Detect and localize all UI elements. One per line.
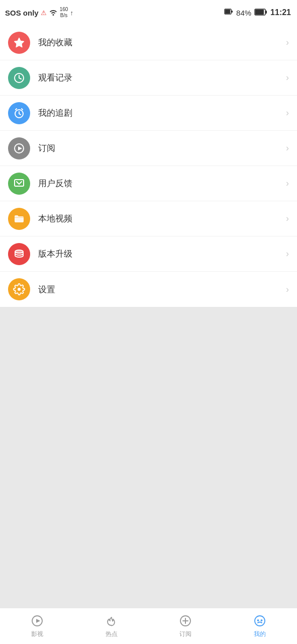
svg-marker-6 (14, 38, 24, 47)
update-icon-wrap (8, 243, 30, 265)
status-bar-right: 84% 11:21 (224, 8, 291, 17)
hot-icon (105, 614, 119, 628)
svg-rect-1 (231, 11, 233, 13)
feedback-chevron: › (286, 178, 289, 189)
feedback-icon-wrap (8, 173, 30, 195)
feedback-label: 用户反馈 (38, 178, 286, 189)
gray-area (0, 307, 297, 608)
nav-item-mine[interactable]: 我的 (223, 614, 297, 638)
local-chevron: › (286, 213, 289, 224)
status-bar: SOS only ⚠ 160B/s ↑ 84% 11:21 (0, 0, 297, 25)
subscribe-nav-icon (178, 614, 192, 628)
settings-chevron: › (286, 284, 289, 295)
menu-item-history[interactable]: 观看记录 › (0, 60, 297, 96)
battery-percent: 84% (236, 9, 251, 17)
message-icon (13, 178, 25, 190)
history-label: 观看记录 (38, 72, 286, 84)
stack-icon (13, 248, 25, 260)
following-chevron: › (286, 108, 289, 118)
play-icon (13, 142, 25, 154)
favorites-label: 我的收藏 (38, 37, 286, 48)
upload-icon: ↑ (70, 9, 73, 17)
bottom-nav: 影视 热点 订阅 我的 (0, 608, 297, 644)
update-label: 版本升级 (38, 248, 286, 260)
svg-marker-18 (36, 619, 40, 623)
star-icon (13, 37, 25, 49)
menu-item-subscribe[interactable]: 订阅 › (0, 131, 297, 166)
svg-rect-2 (225, 10, 230, 14)
menu-list: 我的收藏 › 观看记录 › 我的追剧 › (0, 25, 297, 307)
svg-rect-13 (15, 180, 24, 186)
following-icon-wrap (8, 102, 30, 124)
signal-icon: ⚠ (41, 9, 47, 17)
svg-rect-5 (255, 10, 264, 15)
menu-item-local[interactable]: 本地视频 › (0, 201, 297, 236)
folder-icon (13, 213, 25, 225)
wifi-icon (49, 9, 58, 17)
alarm-icon (13, 107, 25, 119)
battery-icon (254, 9, 267, 17)
history-icon-wrap (8, 67, 30, 89)
mine-icon (253, 614, 267, 628)
mine-label: 我的 (254, 630, 266, 638)
subscribe-nav-label: 订阅 (179, 630, 191, 638)
menu-item-settings[interactable]: 设置 › (0, 272, 297, 307)
subscribe-chevron: › (286, 143, 289, 153)
nav-item-movies[interactable]: 影视 (0, 614, 74, 638)
phone-icon (224, 9, 233, 17)
menu-item-update[interactable]: 版本升级 › (0, 236, 297, 272)
history-chevron: › (286, 72, 289, 83)
favorites-icon-wrap (8, 32, 30, 54)
svg-point-24 (261, 620, 262, 621)
menu-item-feedback[interactable]: 用户反馈 › (0, 166, 297, 201)
menu-item-favorites[interactable]: 我的收藏 › (0, 25, 297, 60)
settings-label: 设置 (38, 284, 286, 295)
time-text: 11:21 (270, 8, 291, 17)
svg-line-9 (16, 109, 17, 110)
movies-icon (30, 614, 44, 628)
svg-rect-4 (265, 11, 267, 14)
sos-text: SOS only (5, 9, 39, 17)
favorites-chevron: › (286, 37, 289, 48)
svg-line-10 (22, 109, 23, 110)
svg-point-22 (255, 616, 265, 626)
following-label: 我的追剧 (38, 107, 286, 119)
nav-item-subscribe[interactable]: 订阅 (149, 614, 223, 638)
local-icon-wrap (8, 208, 30, 230)
menu-item-following[interactable]: 我的追剧 › (0, 96, 297, 131)
movies-label: 影视 (31, 630, 43, 638)
svg-point-16 (18, 288, 21, 291)
clock-icon (13, 72, 25, 84)
svg-point-23 (257, 620, 259, 621)
update-chevron: › (286, 249, 289, 259)
speed-text: 160B/s (60, 7, 68, 19)
gear-icon (13, 283, 25, 295)
settings-icon-wrap (8, 278, 30, 300)
status-bar-left: SOS only ⚠ 160B/s ↑ (5, 7, 73, 19)
local-label: 本地视频 (38, 213, 286, 224)
subscribe-icon-wrap (8, 137, 30, 159)
svg-marker-12 (18, 146, 22, 150)
hot-label: 热点 (106, 630, 118, 638)
subscribe-label: 订阅 (38, 142, 286, 154)
nav-item-hot[interactable]: 热点 (74, 614, 149, 638)
